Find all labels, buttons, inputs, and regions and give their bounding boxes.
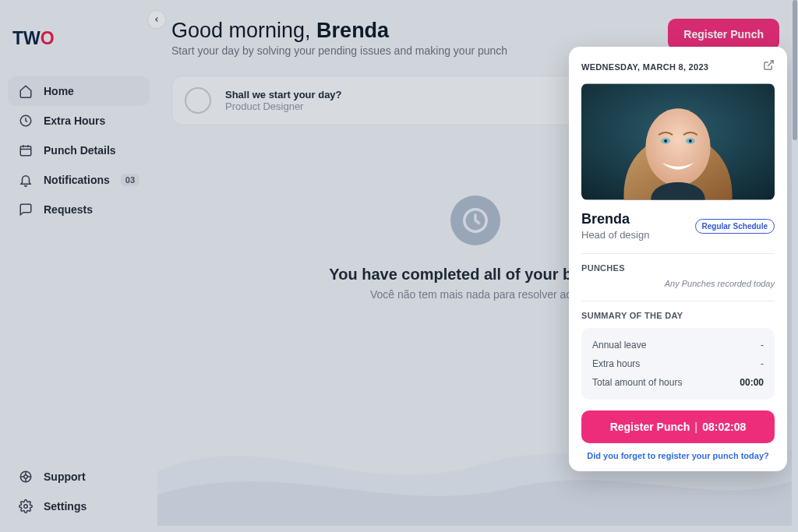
divider <box>581 253 775 254</box>
profile-photo <box>581 83 775 200</box>
schedule-badge: Regular Schedule <box>695 219 775 234</box>
svg-point-8 <box>645 108 710 185</box>
summary-row-value: - <box>761 358 764 369</box>
summary-row-value: - <box>761 340 764 351</box>
summary-row-value: 00:00 <box>740 377 764 388</box>
open-external-icon[interactable] <box>763 59 775 74</box>
register-punch-main-button[interactable]: Register Punch|08:02:08 <box>581 410 775 443</box>
scrollbar[interactable] <box>792 0 798 532</box>
summary-row: Annual leave - <box>592 336 764 354</box>
divider <box>581 301 775 301</box>
punches-label: PUNCHES <box>581 263 775 273</box>
punch-panel: WEDNESDAY, MARCH 8, 2023 Brenda Head o <box>569 47 787 471</box>
svg-point-10 <box>664 139 667 143</box>
summary-label: SUMMARY OF THE DAY <box>581 311 775 320</box>
panel-date: WEDNESDAY, MARCH 8, 2023 <box>581 62 708 72</box>
summary-row-label: Annual leave <box>592 340 646 351</box>
register-btn-label: Register Punch <box>610 421 690 433</box>
summary-row: Extra hours - <box>592 354 764 373</box>
punches-empty-text: Any Punches recorded today <box>581 279 775 288</box>
profile-role: Head of design <box>581 229 649 241</box>
summary-row-label: Total amount of hours <box>592 377 682 388</box>
summary-row-label: Extra hours <box>592 358 640 369</box>
summary-box: Annual leave - Extra hours - Total amoun… <box>581 328 775 400</box>
summary-row-total: Total amount of hours 00:00 <box>592 373 764 392</box>
register-btn-time: 08:02:08 <box>702 421 746 433</box>
svg-point-12 <box>689 139 692 143</box>
forgot-punch-link[interactable]: Did you forget to register your punch to… <box>581 451 775 460</box>
profile-name: Brenda <box>581 211 649 227</box>
